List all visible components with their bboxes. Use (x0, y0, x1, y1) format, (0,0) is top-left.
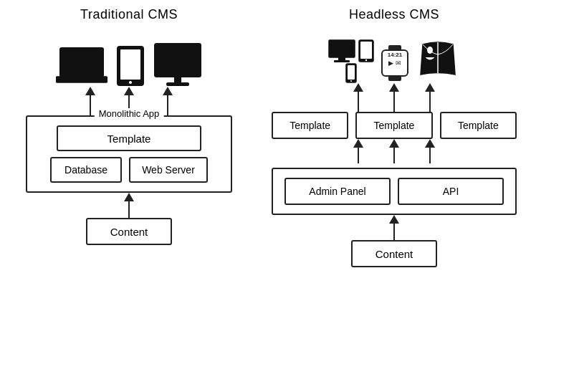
headless-content-box: Content (351, 240, 437, 267)
other-device-icon (416, 39, 460, 83)
traditional-cms-side: Traditional CMS (14, 7, 244, 385)
trad-arrow-3 (163, 87, 173, 115)
trad-content-box: Content (86, 218, 172, 245)
small-monitor-icon (328, 39, 355, 62)
svg-point-13 (365, 59, 367, 61)
monolithic-label: Monolithic App (95, 108, 164, 119)
headless-arrow-1 (353, 83, 363, 112)
headless-templates-row: Template Template Template (272, 112, 517, 139)
svg-point-17 (427, 47, 433, 54)
trad-arrow-content (124, 193, 134, 218)
headless-template-3: Template (440, 112, 517, 139)
headless-mid-arrow-1 (353, 139, 363, 168)
svg-rect-8 (329, 40, 355, 57)
headless-arrows-up-row (272, 83, 517, 112)
trad-database-box: Database (50, 157, 122, 183)
headless-phone-icon (345, 63, 357, 83)
svg-rect-6 (174, 77, 181, 82)
headless-cms-side: Headless CMS (265, 7, 523, 385)
headless-mid-arrow-3 (425, 139, 435, 168)
svg-rect-1 (56, 77, 107, 82)
tablet-icon (116, 45, 145, 87)
headless-tablet-icon (358, 39, 374, 62)
svg-rect-9 (338, 57, 345, 60)
headless-main-box: Admin Panel API (272, 168, 517, 215)
svg-rect-7 (166, 82, 189, 86)
trad-template-box: Template (57, 125, 201, 151)
trad-webserver-box: Web Server (129, 157, 208, 183)
monitor-icon (153, 42, 202, 87)
diagram-container: Traditional CMS (0, 0, 574, 392)
headless-api-box: API (398, 178, 504, 205)
headless-mid-arrow-2 (389, 139, 399, 168)
svg-rect-12 (360, 42, 372, 59)
headless-title: Headless CMS (349, 7, 439, 22)
svg-point-4 (129, 81, 132, 84)
headless-arrow-3 (425, 83, 435, 112)
headless-template-2: Template (355, 112, 432, 139)
svg-rect-3 (120, 49, 140, 80)
watch-icon: 14:21 ▶ ✉ (381, 45, 408, 81)
svg-rect-5 (155, 44, 201, 77)
svg-rect-15 (348, 65, 355, 80)
headless-template-1: Template (272, 112, 348, 139)
svg-point-16 (350, 80, 352, 82)
headless-arrow-2 (389, 83, 399, 112)
monolithic-box: Monolithic App Template Database Web Ser… (26, 115, 232, 193)
laptop-icon (56, 45, 107, 87)
trad-inner-row: Database Web Server (39, 157, 219, 183)
headless-arrows-mid-row (272, 139, 517, 168)
headless-admin-box: Admin Panel (284, 178, 391, 205)
traditional-devices-row (56, 29, 202, 87)
svg-rect-0 (60, 48, 103, 77)
traditional-title: Traditional CMS (80, 7, 178, 22)
headless-arrow-content (389, 215, 399, 240)
headless-screens-group (328, 39, 374, 83)
headless-devices-row: 14:21 ▶ ✉ (328, 29, 460, 83)
svg-rect-10 (334, 60, 350, 62)
